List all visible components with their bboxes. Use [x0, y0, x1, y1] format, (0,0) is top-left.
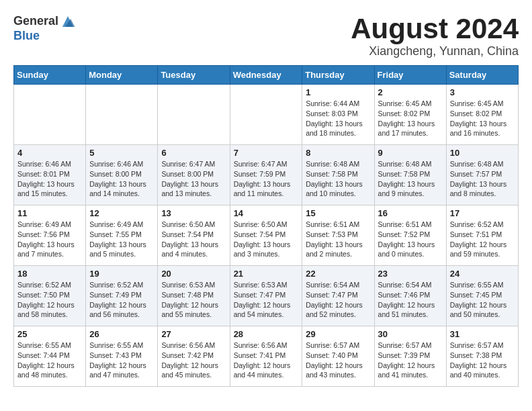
calendar-cell: 17Sunrise: 6:52 AM Sunset: 7:51 PM Dayli… — [446, 205, 518, 266]
calendar-cell: 18Sunrise: 6:52 AM Sunset: 7:50 PM Dayli… — [14, 266, 86, 326]
day-info: Sunrise: 6:55 AM Sunset: 7:45 PM Dayligh… — [450, 280, 515, 320]
calendar-table: SundayMondayTuesdayWednesdayThursdayFrid… — [13, 65, 519, 387]
day-info: Sunrise: 6:45 AM Sunset: 8:02 PM Dayligh… — [378, 99, 443, 138]
day-number: 9 — [378, 148, 443, 158]
day-info: Sunrise: 6:47 AM Sunset: 8:00 PM Dayligh… — [161, 159, 226, 199]
logo-general-text: General — [13, 15, 58, 28]
calendar-cell: 7Sunrise: 6:47 AM Sunset: 7:59 PM Daylig… — [230, 145, 302, 205]
calendar-cell: 3Sunrise: 6:45 AM Sunset: 8:02 PM Daylig… — [446, 85, 518, 145]
title-area: August 2024 Xiangcheng, Yunnan, China — [351, 13, 519, 58]
day-number: 25 — [17, 329, 82, 339]
day-number: 19 — [89, 269, 154, 279]
day-info: Sunrise: 6:48 AM Sunset: 7:58 PM Dayligh… — [378, 159, 443, 199]
calendar-cell: 27Sunrise: 6:56 AM Sunset: 7:42 PM Dayli… — [158, 326, 230, 387]
day-info: Sunrise: 6:44 AM Sunset: 8:03 PM Dayligh… — [306, 99, 370, 138]
day-header-saturday: Saturday — [446, 66, 518, 85]
day-number: 26 — [89, 329, 154, 339]
calendar-cell: 22Sunrise: 6:54 AM Sunset: 7:47 PM Dayli… — [302, 266, 374, 326]
calendar-cell — [86, 85, 158, 145]
day-number: 2 — [378, 87, 443, 97]
day-number: 28 — [234, 329, 299, 339]
day-number: 24 — [450, 269, 515, 279]
day-info: Sunrise: 6:51 AM Sunset: 7:53 PM Dayligh… — [306, 220, 370, 259]
day-number: 7 — [234, 148, 299, 158]
calendar-cell: 16Sunrise: 6:51 AM Sunset: 7:52 PM Dayli… — [374, 205, 446, 266]
day-info: Sunrise: 6:45 AM Sunset: 8:02 PM Dayligh… — [450, 99, 515, 138]
location-title: Xiangcheng, Yunnan, China — [351, 44, 519, 58]
day-info: Sunrise: 6:55 AM Sunset: 7:44 PM Dayligh… — [17, 340, 82, 380]
day-header-wednesday: Wednesday — [230, 66, 302, 85]
day-number: 23 — [378, 269, 443, 279]
calendar-cell — [14, 85, 86, 145]
logo-blue-text: Blue — [13, 30, 76, 43]
calendar-week-row: 25Sunrise: 6:55 AM Sunset: 7:44 PM Dayli… — [14, 326, 519, 387]
day-info: Sunrise: 6:57 AM Sunset: 7:39 PM Dayligh… — [378, 340, 443, 380]
day-number: 22 — [306, 269, 370, 279]
day-number: 16 — [378, 208, 443, 218]
day-number: 17 — [450, 208, 515, 218]
calendar-cell: 28Sunrise: 6:56 AM Sunset: 7:41 PM Dayli… — [230, 326, 302, 387]
day-info: Sunrise: 6:49 AM Sunset: 7:56 PM Dayligh… — [17, 220, 82, 259]
calendar-week-row: 1Sunrise: 6:44 AM Sunset: 8:03 PM Daylig… — [14, 85, 519, 145]
calendar-cell: 30Sunrise: 6:57 AM Sunset: 7:39 PM Dayli… — [374, 326, 446, 387]
calendar-cell: 31Sunrise: 6:57 AM Sunset: 7:38 PM Dayli… — [446, 326, 518, 387]
day-number: 21 — [234, 269, 299, 279]
calendar-cell: 21Sunrise: 6:53 AM Sunset: 7:47 PM Dayli… — [230, 266, 302, 326]
calendar-cell: 14Sunrise: 6:50 AM Sunset: 7:54 PM Dayli… — [230, 205, 302, 266]
day-number: 10 — [450, 148, 515, 158]
day-info: Sunrise: 6:48 AM Sunset: 7:57 PM Dayligh… — [450, 159, 515, 199]
day-header-tuesday: Tuesday — [158, 66, 230, 85]
calendar-cell: 5Sunrise: 6:46 AM Sunset: 8:00 PM Daylig… — [86, 145, 158, 205]
day-number: 29 — [306, 329, 370, 339]
day-number: 6 — [161, 148, 226, 158]
calendar-cell: 15Sunrise: 6:51 AM Sunset: 7:53 PM Dayli… — [302, 205, 374, 266]
calendar-cell: 11Sunrise: 6:49 AM Sunset: 7:56 PM Dayli… — [14, 205, 86, 266]
day-info: Sunrise: 6:49 AM Sunset: 7:55 PM Dayligh… — [89, 220, 154, 259]
day-number: 12 — [89, 208, 154, 218]
calendar-cell: 12Sunrise: 6:49 AM Sunset: 7:55 PM Dayli… — [86, 205, 158, 266]
day-number: 3 — [450, 87, 515, 97]
day-number: 27 — [161, 329, 226, 339]
calendar-cell: 9Sunrise: 6:48 AM Sunset: 7:58 PM Daylig… — [374, 145, 446, 205]
calendar-cell: 20Sunrise: 6:53 AM Sunset: 7:48 PM Dayli… — [158, 266, 230, 326]
calendar-week-row: 4Sunrise: 6:46 AM Sunset: 8:01 PM Daylig… — [14, 145, 519, 205]
calendar-cell: 2Sunrise: 6:45 AM Sunset: 8:02 PM Daylig… — [374, 85, 446, 145]
day-info: Sunrise: 6:54 AM Sunset: 7:46 PM Dayligh… — [378, 280, 443, 320]
day-number: 13 — [161, 208, 226, 218]
day-number: 15 — [306, 208, 370, 218]
calendar-cell: 26Sunrise: 6:55 AM Sunset: 7:43 PM Dayli… — [86, 326, 158, 387]
day-info: Sunrise: 6:46 AM Sunset: 8:01 PM Dayligh… — [17, 159, 82, 199]
calendar-cell: 13Sunrise: 6:50 AM Sunset: 7:54 PM Dayli… — [158, 205, 230, 266]
day-number: 5 — [89, 148, 154, 158]
logo: General Blue — [13, 13, 76, 43]
month-title: August 2024 — [351, 13, 519, 44]
day-info: Sunrise: 6:55 AM Sunset: 7:43 PM Dayligh… — [89, 340, 154, 380]
day-info: Sunrise: 6:53 AM Sunset: 7:48 PM Dayligh… — [161, 280, 226, 320]
day-number: 31 — [450, 329, 515, 339]
day-header-thursday: Thursday — [302, 66, 374, 85]
day-info: Sunrise: 6:46 AM Sunset: 8:00 PM Dayligh… — [89, 159, 154, 199]
day-number: 1 — [306, 87, 370, 97]
day-number: 11 — [17, 208, 82, 218]
calendar-cell: 25Sunrise: 6:55 AM Sunset: 7:44 PM Dayli… — [14, 326, 86, 387]
day-info: Sunrise: 6:56 AM Sunset: 7:42 PM Dayligh… — [161, 340, 226, 380]
day-header-friday: Friday — [374, 66, 446, 85]
day-info: Sunrise: 6:57 AM Sunset: 7:38 PM Dayligh… — [450, 340, 515, 380]
calendar-cell: 8Sunrise: 6:48 AM Sunset: 7:58 PM Daylig… — [302, 145, 374, 205]
header: General Blue August 2024 Xiangcheng, Yun… — [13, 13, 519, 58]
calendar-cell: 29Sunrise: 6:57 AM Sunset: 7:40 PM Dayli… — [302, 326, 374, 387]
calendar-cell: 24Sunrise: 6:55 AM Sunset: 7:45 PM Dayli… — [446, 266, 518, 326]
calendar-week-row: 18Sunrise: 6:52 AM Sunset: 7:50 PM Dayli… — [14, 266, 519, 326]
day-info: Sunrise: 6:52 AM Sunset: 7:49 PM Dayligh… — [89, 280, 154, 320]
calendar-cell: 6Sunrise: 6:47 AM Sunset: 8:00 PM Daylig… — [158, 145, 230, 205]
calendar-cell: 23Sunrise: 6:54 AM Sunset: 7:46 PM Dayli… — [374, 266, 446, 326]
calendar-header-row: SundayMondayTuesdayWednesdayThursdayFrid… — [14, 66, 519, 85]
calendar-cell: 19Sunrise: 6:52 AM Sunset: 7:49 PM Dayli… — [86, 266, 158, 326]
day-header-monday: Monday — [86, 66, 158, 85]
day-info: Sunrise: 6:54 AM Sunset: 7:47 PM Dayligh… — [306, 280, 370, 320]
calendar-week-row: 11Sunrise: 6:49 AM Sunset: 7:56 PM Dayli… — [14, 205, 519, 266]
day-info: Sunrise: 6:57 AM Sunset: 7:40 PM Dayligh… — [306, 340, 370, 380]
calendar-cell — [158, 85, 230, 145]
calendar-cell: 1Sunrise: 6:44 AM Sunset: 8:03 PM Daylig… — [302, 85, 374, 145]
day-number: 4 — [17, 148, 82, 158]
